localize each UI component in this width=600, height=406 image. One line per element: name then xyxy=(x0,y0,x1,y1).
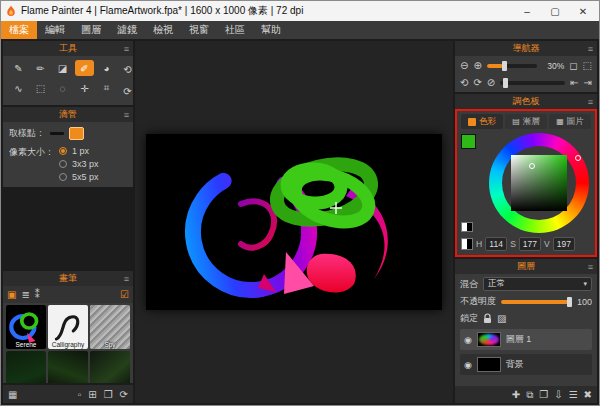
radio-icon[interactable] xyxy=(59,147,67,155)
menu-filter[interactable]: 濾鏡 xyxy=(109,21,145,39)
duplicate-layer-icon[interactable]: ⧉ xyxy=(526,389,533,401)
rotate-right-icon[interactable]: ⟳ xyxy=(473,77,481,88)
layer-menu-icon[interactable]: ☰ xyxy=(569,389,578,400)
radio-icon[interactable] xyxy=(59,160,67,168)
brush-thumb-serene[interactable]: Serene xyxy=(6,305,46,349)
sample-line-swatch[interactable] xyxy=(50,132,64,135)
brushes-menu-icon[interactable]: ≡ xyxy=(124,274,129,284)
zoom-slider[interactable] xyxy=(487,64,537,68)
brush-check-icon[interactable]: ▣ xyxy=(7,289,16,300)
sample-color-swatch[interactable] xyxy=(69,127,84,140)
marker-tool-icon[interactable]: ✐ xyxy=(75,60,94,76)
pixel-size-option-1[interactable]: 1 px xyxy=(59,146,99,156)
saturation-value-box[interactable] xyxy=(511,155,567,211)
brush-list-view-icon[interactable]: ≣ xyxy=(21,289,29,300)
navigator-panel-header: 導航器 ≡ xyxy=(455,41,597,56)
current-color-swatch[interactable] xyxy=(461,134,476,149)
menu-edit[interactable]: 編輯 xyxy=(37,21,73,39)
pixel-size-option-5x5[interactable]: 5x5 px xyxy=(59,172,99,182)
navigator-menu-icon[interactable]: ≡ xyxy=(588,44,593,54)
brush-thumb[interactable] xyxy=(90,351,130,383)
pixel-size-option-3x3[interactable]: 3x3 px xyxy=(59,159,99,169)
menu-view[interactable]: 檢視 xyxy=(145,21,181,39)
zoom-out-icon[interactable]: ⊖ xyxy=(460,60,468,71)
reset-rotation-icon[interactable]: ⊘ xyxy=(487,77,495,88)
v-value-field[interactable]: 197 xyxy=(553,237,575,251)
opacity-slider[interactable] xyxy=(501,300,572,304)
lock-icon[interactable] xyxy=(483,313,492,324)
new-brush-icon[interactable]: ▫ xyxy=(78,389,82,400)
menu-community[interactable]: 社區 xyxy=(217,21,253,39)
s-value-field[interactable]: 177 xyxy=(519,237,541,251)
title-bar: Flame Painter 4 | FlameArtwork.fpa* | 16… xyxy=(1,1,599,21)
tab-image[interactable]: ▦ 圖片 xyxy=(549,114,591,129)
rotation-slider[interactable] xyxy=(500,81,565,85)
merge-down-icon[interactable]: ⇩ xyxy=(554,389,562,400)
menu-window[interactable]: 視窗 xyxy=(181,21,217,39)
artwork-canvas[interactable] xyxy=(146,134,442,310)
new-layer-icon[interactable]: ✚ xyxy=(512,389,520,400)
tab-color[interactable]: 色彩 xyxy=(461,114,503,129)
app-flame-icon xyxy=(5,5,17,17)
curve-tool-icon[interactable]: ∿ xyxy=(9,80,28,96)
bw-default-swatch[interactable] xyxy=(461,222,473,232)
menu-help[interactable]: 幫助 xyxy=(253,21,289,39)
group-layer-icon[interactable]: ❐ xyxy=(539,389,548,400)
brush-tool-icon[interactable]: ✎ xyxy=(9,60,28,76)
blend-mode-dropdown[interactable]: 正常 ▾ xyxy=(483,277,592,291)
visibility-eye-icon[interactable]: ◉ xyxy=(464,335,472,345)
lasso-select-icon[interactable]: ◌ xyxy=(53,80,72,96)
minimize-button[interactable]: – xyxy=(515,2,539,20)
h-value-field[interactable]: 114 xyxy=(485,237,507,251)
flip-horizontal-icon[interactable]: ⇤ xyxy=(570,77,578,88)
left-bottom-toolbar: ▦ ▫ ⊞ ❐ ⟳ xyxy=(3,385,133,403)
delete-layer-icon[interactable]: ✖ xyxy=(584,389,592,400)
visibility-eye-icon[interactable]: ◉ xyxy=(464,360,472,370)
tools-panel-title: 工具 xyxy=(59,42,77,55)
brush-sparkle-icon[interactable]: ⁑ xyxy=(35,289,40,300)
menu-file[interactable]: 檔案 xyxy=(1,21,37,39)
dropper-menu-icon[interactable]: ≡ xyxy=(124,110,129,120)
grayscale-icon[interactable] xyxy=(461,238,473,250)
pencil-tool-icon[interactable]: ✏ xyxy=(31,60,50,76)
color-wheel[interactable] xyxy=(489,133,589,233)
flip-vertical-icon[interactable]: ⇥ xyxy=(584,77,592,88)
brush-thumb-calligraphy[interactable]: Calligraphy xyxy=(48,305,88,349)
marquee-select-icon[interactable]: ⬚ xyxy=(31,80,50,96)
zoom-actual-icon[interactable]: ◻ xyxy=(569,60,577,71)
layers-menu-icon[interactable]: ≡ xyxy=(588,262,593,272)
fill-tool-icon[interactable]: ◕ xyxy=(97,60,116,76)
refresh-icon[interactable]: ⟳ xyxy=(120,389,128,400)
layer-row-background[interactable]: ◉ 背景 xyxy=(460,354,592,375)
add-icon[interactable]: ⊞ xyxy=(88,389,96,400)
lock-transparency-icon[interactable]: ▨ xyxy=(497,313,506,324)
tab-gradient[interactable]: ▤ 漸層 xyxy=(505,114,547,129)
pixel-size-option-label: 5x5 px xyxy=(72,172,99,182)
brush-thumb[interactable] xyxy=(48,351,88,383)
menu-layer[interactable]: 圖層 xyxy=(73,21,109,39)
brushes-panel-title: 畫筆 xyxy=(59,272,77,285)
brush-thumb-spy[interactable]: Spy xyxy=(90,305,130,349)
layer-row-1[interactable]: ◉ 圖層 1 xyxy=(460,329,592,350)
grid-view-icon[interactable]: ▦ xyxy=(8,389,17,400)
close-button[interactable]: ✕ xyxy=(571,2,595,20)
maximize-button[interactable]: ▢ xyxy=(543,2,567,20)
brush-thumb[interactable] xyxy=(6,351,46,383)
radio-icon[interactable] xyxy=(59,173,67,181)
crop-tool-icon[interactable]: ⌗ xyxy=(97,80,116,96)
sv-selector-dot[interactable] xyxy=(529,163,535,169)
rotate-left-icon[interactable]: ⟲ xyxy=(460,77,468,88)
move-tool-icon[interactable]: ✛ xyxy=(75,80,94,96)
zoom-fit-icon[interactable]: ⬚ xyxy=(583,60,592,71)
navigator-panel: 導航器 ≡ ⊖ ⊕ 30% ◻ ⬚ ⟲ xyxy=(455,41,597,92)
tools-menu-icon[interactable]: ≡ xyxy=(124,44,129,54)
eraser-tool-icon[interactable]: ◪ xyxy=(53,60,72,76)
tools-panel: 工具 ≡ ✎ ✏ ◪ ✐ ◕ ∿ ⬚ xyxy=(3,41,133,105)
folder-icon[interactable]: ❐ xyxy=(104,389,113,400)
canvas-area[interactable] xyxy=(135,41,453,403)
zoom-in-icon[interactable]: ⊕ xyxy=(473,60,481,71)
hue-selector-dot[interactable] xyxy=(575,155,581,161)
brushes-panel-header: 畫筆 ≡ xyxy=(3,271,133,286)
palette-menu-icon[interactable]: ≡ xyxy=(588,97,593,107)
brush-favorite-icon[interactable]: ☑ xyxy=(120,289,129,300)
